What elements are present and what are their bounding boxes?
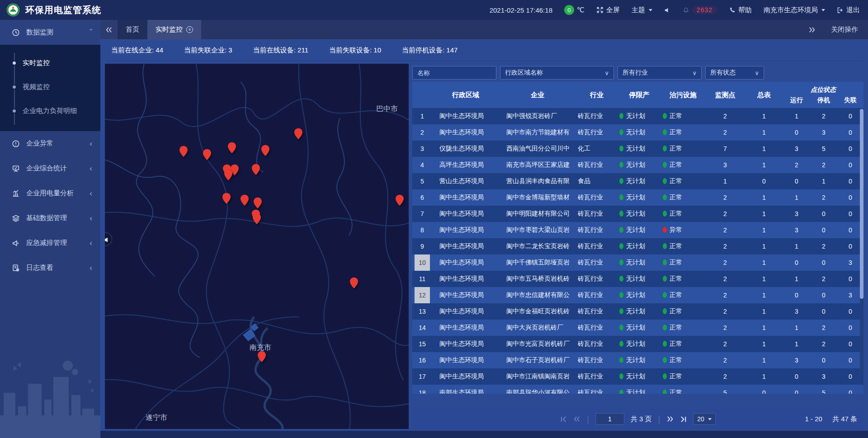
row-index: 2 (412, 124, 432, 141)
row-index: 12 (412, 287, 432, 303)
table-row[interactable]: 17阆中生态环境局阆中市江南镇阆南页岩砖瓦行业无计划正常21030 (412, 368, 863, 385)
cell-monitor-points: 2 (705, 324, 745, 331)
point-status-label: 点位状态 (783, 86, 863, 94)
first-page-button[interactable] (560, 416, 567, 423)
last-page-button[interactable] (680, 416, 687, 423)
cell-region: 阆中生态环境局 (432, 356, 499, 364)
tabs-scroll-left-button[interactable] (100, 20, 118, 39)
cell-stopped: 2 (810, 243, 837, 250)
cell-monitor-points: 2 (705, 259, 745, 266)
cell-running: 3 (783, 145, 810, 152)
table-row[interactable]: 6阆中生态环境局阆中市金博瑞新型墙材砖瓦行业无计划正常21120 (412, 189, 863, 206)
cell-stopped: 2 (810, 194, 837, 201)
table-row[interactable]: 9阆中生态环境局阆中市二龙长宝页岩砖砖瓦行业无计划正常21120 (412, 238, 863, 254)
sidebar-item-5[interactable]: 基础数据管理‹ (0, 206, 100, 231)
fullscreen-button[interactable]: 全屏 (596, 6, 620, 14)
table-row[interactable]: 13阆中生态环境局阆中市金福旺页岩机砖砖瓦行业无计划正常21300 (412, 303, 863, 320)
cell-running: 0 (783, 389, 810, 394)
map-marker-pin[interactable] (254, 197, 262, 211)
cell-pollution-facility: 正常 (661, 372, 705, 381)
cell-industry: 砖瓦行业 (576, 128, 618, 137)
next-page-button[interactable] (666, 416, 674, 422)
cell-company: 阆中千佛镇五郎垭页岩 (499, 259, 576, 267)
status-select[interactable]: 所有状态 ∨ (705, 66, 764, 80)
map-marker-pin[interactable] (258, 351, 266, 364)
map-marker-pin[interactable] (253, 213, 261, 226)
help-button[interactable]: 帮助 (729, 6, 752, 14)
map-marker-pin[interactable] (228, 142, 236, 155)
map-roads (105, 64, 409, 429)
table-row[interactable]: 14阆中生态环境局阆中大兴页岩机砖厂砖瓦行业无计划正常21120 (412, 320, 863, 336)
prev-page-button[interactable] (573, 416, 580, 422)
tabs-scroll-right-button[interactable] (808, 27, 816, 33)
sidebar-subitem[interactable]: 实时监控 (0, 51, 100, 75)
table-row[interactable]: 10阆中生态环境局阆中千佛镇五郎垭页岩砖瓦行业无计划正常21003 (412, 254, 863, 271)
status-dot-icon (619, 390, 623, 394)
map-marker-pin[interactable] (224, 169, 233, 183)
map-marker-pin[interactable] (222, 193, 231, 206)
cell-region: 阆中生态环境局 (432, 112, 499, 120)
table-row[interactable]: 18南部生态环境局南部县瑞华小河有限公砖瓦行业无计划正常50050 (412, 385, 863, 394)
status-dot-icon (619, 373, 623, 379)
map-marker-pin[interactable] (203, 149, 212, 162)
logout-button[interactable]: 退出 (837, 6, 860, 14)
close-operations-button[interactable]: 关闭操作 (831, 25, 858, 34)
col-offline: 失联 (837, 96, 863, 104)
name-search-field[interactable] (412, 66, 496, 80)
sidebar-item-3[interactable]: 企业综合统计‹ (0, 156, 100, 181)
table-row[interactable]: 16阆中生态环境局阆中市石子页岩机砖厂砖瓦行业无计划正常21300 (412, 352, 863, 368)
tab-home[interactable]: 首页 (118, 20, 147, 39)
org-dropdown[interactable]: 南充市生态环境局 (764, 6, 825, 14)
sidebar-item-6[interactable]: 应急减排管理‹ (0, 231, 100, 255)
tab-close-icon[interactable]: × (186, 26, 193, 33)
name-search-input[interactable] (417, 69, 491, 76)
map-marker-pin[interactable] (179, 146, 188, 159)
notifications[interactable]: 2632 (683, 6, 717, 14)
sidebar-item-7[interactable]: 日志查看‹ (0, 255, 100, 280)
page-number-input[interactable] (595, 413, 624, 425)
row-index-value: 3 (420, 145, 424, 152)
table-row[interactable]: 12阆中生态环境局阆中市忠信建材有限公砖瓦行业无计划正常21003 (412, 287, 863, 303)
cell-stopped: 0 (810, 357, 837, 364)
sidebar-item-2[interactable]: 企业异常‹ (0, 131, 100, 156)
cell-company: 阆中市忠信建材有限公 (499, 291, 576, 299)
table-row[interactable]: 11阆中生态环境局阆中市五马桥页岩机砖砖瓦行业无计划正常21120 (412, 271, 863, 287)
table-scrollbar[interactable] (860, 109, 863, 376)
table-row[interactable]: 3仪陇生态环境局西南油气田分公司川中化工无计划正常71350 (412, 141, 863, 157)
status-dot-icon (619, 292, 623, 298)
temperature-unit: ℃ (577, 6, 585, 14)
map-marker-pin[interactable] (252, 164, 260, 177)
table-row[interactable]: 15阆中生态环境局阆中市光富页岩机砖厂砖瓦行业无计划正常21120 (412, 336, 863, 352)
map-marker-pin[interactable] (350, 277, 359, 291)
region-select[interactable]: 行政区域名称 ∨ (500, 66, 614, 80)
cell-pollution-facility: 正常 (661, 128, 705, 137)
status-dot-icon (663, 276, 667, 282)
app-logo-icon (6, 3, 20, 17)
chevron-left-icon: ‹ (90, 264, 92, 273)
table-row[interactable]: 8阆中生态环境局阆中市枣碧大梁山页岩砖瓦行业无计划异常21300 (412, 222, 863, 238)
mute-button[interactable] (664, 7, 671, 14)
map-marker-pin[interactable] (396, 194, 404, 208)
sidebar-subitem[interactable]: 企业电力负荷明细 (0, 99, 100, 123)
table-row[interactable]: 2阆中生态环境局阆中市南方节能建材有砖瓦行业无计划正常21030 (412, 124, 863, 141)
cell-pollution-facility: 正常 (661, 307, 705, 316)
cell-production-limit: 无计划 (618, 210, 661, 218)
map-marker-pin[interactable] (294, 128, 303, 141)
map-panel[interactable]: ◀ 巴中市南充市遂宁市 (105, 64, 409, 429)
sidebar-subitem[interactable]: 视频监控 (0, 75, 100, 99)
row-index: 3 (412, 141, 432, 157)
table-row[interactable]: 5营山生态环境局营山县润丰肉食品有限食品无计划正常10010 (412, 173, 863, 189)
map-marker-pin[interactable] (241, 194, 249, 208)
tab-realtime-monitor[interactable]: 实时监控 × (147, 20, 201, 39)
page-size-select[interactable]: 20 (693, 413, 716, 425)
table-row[interactable]: 4高坪生态环境局南充市高坪区王家店建砖瓦行业无计划正常31220 (412, 157, 863, 173)
industry-select[interactable]: 所有行业 ∨ (618, 66, 702, 80)
cell-region: 仪陇生态环境局 (432, 145, 499, 153)
table-row[interactable]: 7阆中生态环境局阆中明阳建材有限公司砖瓦行业无计划正常21300 (412, 206, 863, 222)
map-marker-pin[interactable] (261, 145, 270, 158)
sidebar-item-4[interactable]: 企业用电量分析‹ (0, 181, 100, 206)
table-row[interactable]: 1阆中生态环境局阆中强锐页岩砖厂砖瓦行业无计划正常21120 (412, 108, 863, 124)
theme-dropdown[interactable]: 主题 (632, 6, 652, 14)
sidebar-item-1[interactable]: 数据监测ˇ (0, 20, 100, 45)
enterprise-table: 行政区域 企业 行业 停限产 治污设施 监测点 总表 点位状态 运行 (412, 82, 863, 407)
